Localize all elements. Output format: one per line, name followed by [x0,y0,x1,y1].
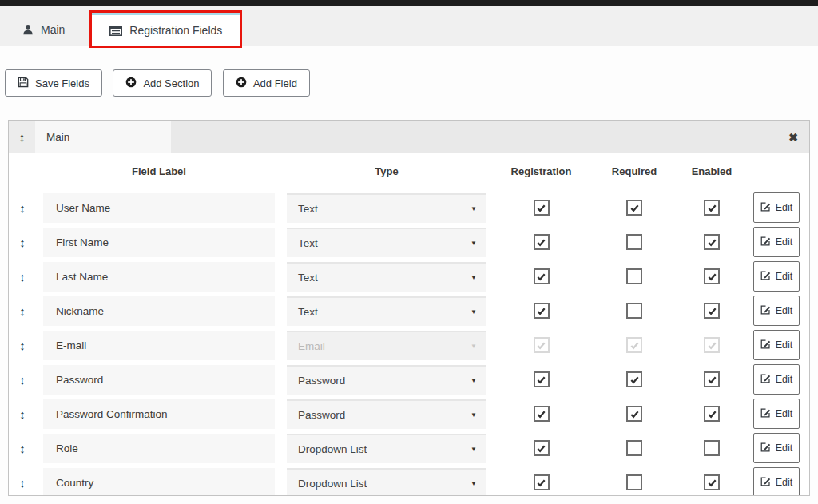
tab-main[interactable]: Main [8,13,79,46]
chevron-down-icon: ▼ [471,240,477,247]
required-checkbox[interactable] [626,337,642,353]
registration-checkbox[interactable] [534,200,550,216]
field-row: ↕ Dropdown List ▼ Edit [9,433,809,462]
row-drag-handle-icon[interactable]: ↕ [19,477,26,489]
registration-checkbox[interactable] [534,371,550,387]
close-icon: ✖ [788,131,798,144]
required-checkbox[interactable] [626,440,642,456]
edit-button-label: Edit [776,408,793,419]
enabled-checkbox[interactable] [704,303,720,319]
row-drag-handle-icon[interactable]: ↕ [19,236,26,248]
field-label-input[interactable] [43,365,275,395]
save-fields-button[interactable]: Save Fields [5,69,102,97]
required-checkbox[interactable] [626,474,642,490]
header-registration: Registration [486,165,596,177]
registration-checkbox[interactable] [534,234,550,250]
row-drag-handle-icon[interactable]: ↕ [19,305,26,317]
row-drag-handle-icon[interactable]: ↕ [19,442,26,454]
enabled-checkbox[interactable] [704,474,720,490]
field-label-input[interactable] [43,296,275,326]
required-checkbox[interactable] [626,303,642,319]
required-checkbox[interactable] [626,268,642,284]
required-checkbox[interactable] [626,200,642,216]
field-type-value: Text [298,237,471,249]
section-drag-handle[interactable]: ↕ [9,121,35,153]
field-type-select[interactable]: Dropdown List ▼ [287,434,486,463]
field-label-input[interactable] [43,228,275,257]
required-checkbox[interactable] [626,371,642,387]
required-checkbox[interactable] [626,234,642,250]
field-label-input[interactable] [43,193,275,223]
field-type-select[interactable]: Dropdown List ▼ [287,468,486,497]
chevron-down-icon: ▼ [471,274,477,281]
section-tab-main[interactable]: Main [35,121,171,153]
field-type-value: Text [298,203,471,215]
field-label-input[interactable] [43,434,275,463]
plus-circle-icon [125,77,137,90]
row-drag-handle-icon[interactable]: ↕ [19,271,26,283]
registration-checkbox[interactable] [534,440,550,456]
enabled-checkbox[interactable] [704,440,720,456]
field-label-input[interactable] [43,399,275,429]
field-label-input[interactable] [43,262,275,292]
field-type-select[interactable]: Password ▼ [287,365,486,395]
enabled-checkbox[interactable] [704,200,720,216]
field-row: ↕ Email ▼ Edit [9,330,809,359]
field-row: ↕ Text ▼ Edit [9,227,809,256]
row-drag-handle-icon[interactable]: ↕ [19,408,26,420]
edit-button[interactable]: Edit [753,433,800,463]
section-tab-label: Main [46,131,69,143]
registration-checkbox[interactable] [534,268,550,284]
save-fields-label: Save Fields [35,77,89,89]
enabled-checkbox[interactable] [704,406,720,422]
field-row: ↕ Dropdown List ▼ Edit [9,467,809,496]
field-type-value: Text [298,272,471,284]
header-required: Required [596,165,673,177]
enabled-checkbox[interactable] [704,371,720,387]
row-drag-handle-icon[interactable]: ↕ [19,339,26,351]
enabled-checkbox[interactable] [704,234,720,250]
tab-bar: Main Registration Fields [0,6,818,46]
section-panel-header: ↕ Main ✖ [9,121,809,153]
edit-button[interactable]: Edit [753,330,800,360]
edit-button[interactable]: Edit [753,227,800,257]
field-label-input[interactable] [43,331,275,360]
add-field-button[interactable]: Add Field [223,69,310,97]
registration-checkbox[interactable] [534,474,550,490]
edit-button-label: Edit [776,477,793,488]
edit-button[interactable]: Edit [753,467,800,496]
close-section-button[interactable]: ✖ [777,121,809,153]
required-checkbox[interactable] [626,406,642,422]
edit-button[interactable]: Edit [753,399,800,429]
save-icon [18,77,29,90]
field-type-select[interactable]: Text ▼ [287,296,486,326]
field-type-select[interactable]: Text ▼ [287,193,486,223]
registration-checkbox[interactable] [534,337,550,353]
chevron-down-icon: ▼ [471,446,477,453]
enabled-checkbox[interactable] [704,268,720,284]
field-type-select[interactable]: Password ▼ [287,399,486,429]
row-drag-handle-icon[interactable]: ↕ [19,202,26,214]
fields-table-body: ↕ Text ▼ Edit ↕ Text ▼ [9,189,809,496]
table-icon [109,26,122,36]
edit-button[interactable]: Edit [753,261,800,292]
row-drag-handle-icon[interactable]: ↕ [19,374,26,386]
tab-registration-fields[interactable]: Registration Fields [92,13,240,46]
field-type-select[interactable]: Text ▼ [287,262,486,292]
field-type-select[interactable]: Email ▼ [287,331,486,360]
edit-button[interactable]: Edit [753,364,800,395]
field-type-select[interactable]: Text ▼ [287,228,486,257]
edit-button-label: Edit [776,271,793,282]
field-label-input[interactable] [43,468,275,497]
edit-button-label: Edit [776,305,793,316]
edit-button[interactable]: Edit [753,296,800,326]
add-section-button[interactable]: Add Section [113,69,212,97]
add-section-label: Add Section [143,77,199,89]
header-type: Type [287,165,486,177]
registration-checkbox[interactable] [534,303,550,319]
add-field-label: Add Field [253,77,297,89]
registration-checkbox[interactable] [534,406,550,422]
enabled-checkbox[interactable] [704,337,720,353]
edit-button[interactable]: Edit [753,192,800,223]
edit-icon [760,236,771,248]
